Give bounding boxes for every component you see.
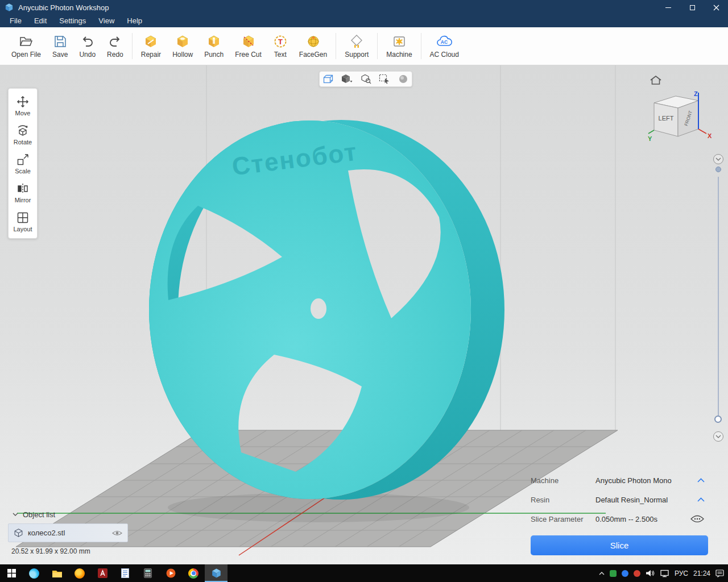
toolbar-separator [336,33,336,59]
ac-cloud-button[interactable]: AC AC Cloud [424,34,465,59]
free-cut-button[interactable]: Free Cut [229,34,267,59]
taskbar-app-document[interactable] [114,564,136,582]
slice-parameter-value: 0.050mm -- 2.500s [595,515,690,523]
zoom-in-button[interactable] [713,154,723,164]
machine-button[interactable]: Machine [380,34,417,59]
menu-file[interactable]: File [3,15,28,27]
open-file-button[interactable]: Open File [6,34,47,59]
fit-view-icon[interactable] [360,74,371,84]
scale-icon [16,153,30,167]
tray-app-icon[interactable] [634,570,640,577]
support-button[interactable]: Support [339,34,374,59]
object-list-item[interactable]: колесо2.stl [8,523,128,542]
taskbar-app-red[interactable] [91,564,114,582]
slice-parameter-label: Slice Parameter [531,515,595,523]
menu-view[interactable]: View [92,15,121,27]
menu-settings[interactable]: Settings [53,15,92,27]
zoom-slider [712,154,725,450]
text-icon: T [273,34,288,49]
toolbar-separator [132,33,133,59]
resin-value: Default Resin_Normal [595,496,697,504]
clock[interactable]: 21:24 [693,569,710,577]
app-window: Anycubic Photon Workshop File Edit Setti… [0,0,728,582]
taskbar-calculator[interactable] [136,564,159,582]
main-toolbar: Open File Save Undo Redo Repair Hollow P… [0,27,728,65]
taskbar-edge[interactable] [23,564,46,582]
zoom-out-button[interactable] [713,431,723,442]
hollow-button[interactable]: Hollow [167,34,198,59]
resin-collapse-icon[interactable] [697,497,705,502]
orientation-cube[interactable]: LEFT FRONT Z X Y [647,88,713,150]
firefox-icon [75,568,85,579]
punch-button[interactable]: Punch [198,34,229,59]
slider-knob-top[interactable] [715,167,721,172]
layout-icon [16,211,30,225]
machine-row[interactable]: Machine Anycubic Photon Mono [531,475,708,486]
title-bar: Anycubic Photon Workshop [0,0,728,15]
view-projection-icon[interactable] [322,74,334,84]
machine-label: Machine [531,476,595,485]
repair-button[interactable]: Repair [135,34,167,59]
scene-3d: Стенобот [0,65,728,564]
menu-edit[interactable]: Edit [28,15,53,27]
taskbar: РУС 21:24 [0,564,728,582]
slice-button[interactable]: Slice [531,535,708,555]
slice-parameter-icon[interactable] [690,514,705,523]
maximize-button[interactable] [680,0,704,15]
home-icon [650,74,662,86]
viewport: Стенобот Move Rotate Scale Mirror [0,65,728,564]
select-icon[interactable] [379,74,390,84]
object-list-header[interactable]: Object list [8,509,144,520]
layout-tool[interactable]: Layout [9,207,37,236]
close-button[interactable] [704,0,728,15]
tray-sync-icon[interactable] [622,570,628,577]
rotate-tool[interactable]: Rotate [9,120,37,149]
language-indicator[interactable]: РУС [675,569,688,577]
tray-expand-icon[interactable] [599,571,605,575]
volume-icon[interactable] [646,569,655,577]
chevron-down-icon [13,513,18,516]
toolbar-separator [421,33,421,59]
slice-parameter-row[interactable]: Slice Parameter 0.050mm -- 2.500s [531,513,708,525]
slider-track[interactable] [718,177,719,415]
mirror-tool[interactable]: Mirror [9,178,37,207]
taskbar-firefox[interactable] [68,564,91,582]
cube-face-left-label: LEFT [659,115,674,122]
view-options-toolbar [319,71,412,87]
render-mode-icon[interactable] [341,74,353,84]
z-axis-label: Z [694,90,698,97]
system-tray: РУС 21:24 [599,564,725,582]
text-button[interactable]: T Text [267,34,293,59]
taskbar-chrome[interactable] [182,564,205,582]
model-dimensions: 20.52 x 91.99 x 92.00 mm [8,547,144,555]
menu-help[interactable]: Help [121,15,148,27]
object-name: колесо2.stl [28,529,107,537]
punch-icon [206,34,221,49]
mirror-icon [16,182,30,196]
slider-knob[interactable] [714,415,722,423]
facegen-button[interactable]: FaceGen [293,34,333,59]
support-icon [349,34,364,49]
action-center-icon[interactable] [715,569,725,577]
window-title: Anycubic Photon Workshop [18,3,109,12]
resin-row[interactable]: Resin Default Resin_Normal [531,494,708,505]
visibility-eye-icon[interactable] [112,530,122,537]
tray-shield-icon[interactable] [610,570,617,577]
taskbar-photon-workshop[interactable] [205,564,228,582]
machine-collapse-icon[interactable] [697,478,705,483]
start-button[interactable] [0,564,23,582]
move-icon [16,95,30,109]
redo-button[interactable]: Redo [101,34,129,59]
taskbar-app-media[interactable] [159,564,182,582]
home-view-button[interactable] [650,74,662,88]
move-tool[interactable]: Move [9,91,37,120]
undo-button[interactable]: Undo [73,34,101,59]
taskbar-explorer[interactable] [46,564,68,582]
scale-tool[interactable]: Scale [9,149,37,178]
save-button[interactable]: Save [47,34,73,59]
object-list-title: Object list [23,510,55,519]
network-icon[interactable] [660,569,669,577]
light-icon[interactable] [398,74,409,84]
minimize-button[interactable] [656,0,680,15]
ac-cloud-icon: AC [436,34,453,49]
